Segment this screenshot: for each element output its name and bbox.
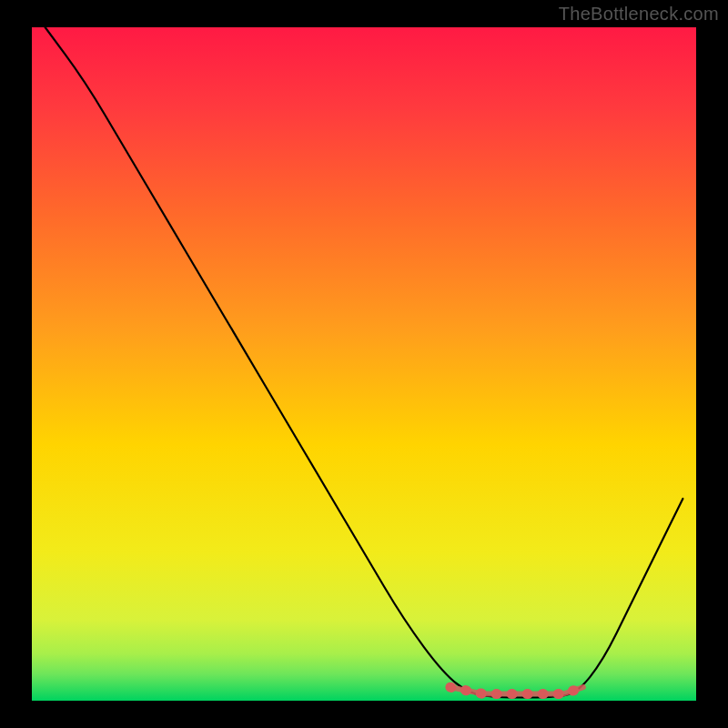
chart-frame: TheBottleneck.com [0, 0, 728, 728]
plot-area [32, 27, 696, 701]
chart-svg [0, 0, 728, 728]
